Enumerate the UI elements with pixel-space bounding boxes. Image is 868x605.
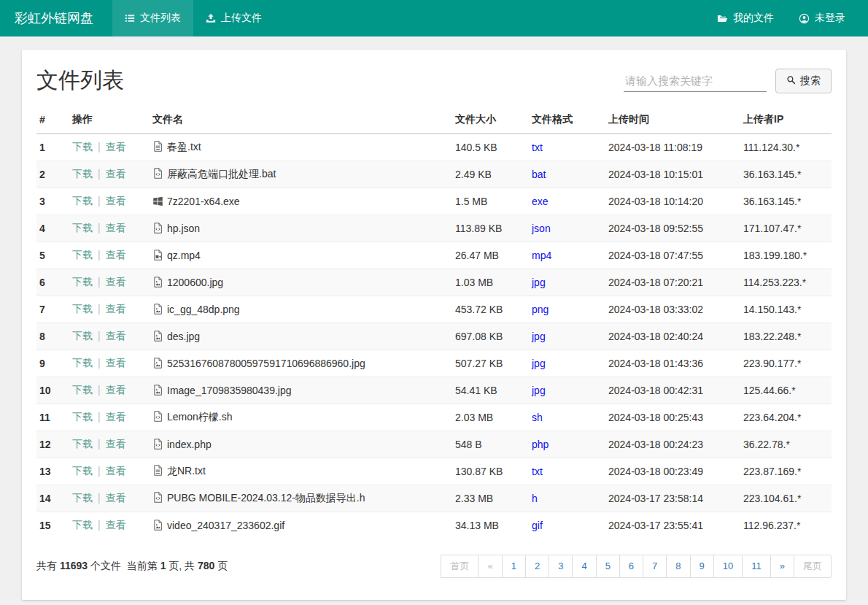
brand-logo[interactable]: 彩虹外链网盘 xyxy=(0,0,112,36)
pagination: 首页 « 1 2 3 4 xyxy=(441,555,832,578)
col-header-time: 上传时间 xyxy=(605,106,740,134)
uploader-ip: 114.253.223.* xyxy=(740,269,832,296)
pagination-item: 7 xyxy=(643,555,667,578)
download-link[interactable]: 下载 xyxy=(72,411,93,423)
file-format-link[interactable]: txt xyxy=(532,466,543,477)
download-link[interactable]: 下载 xyxy=(72,276,93,288)
file-name: 屏蔽高危端口批处理.bat xyxy=(167,168,276,180)
file-name-cell: ic_gg_48dp.png xyxy=(150,296,452,323)
current-page-number: 1 xyxy=(160,560,166,571)
download-link[interactable]: 下载 xyxy=(72,249,93,261)
file-format-cell: h xyxy=(529,485,605,512)
view-link[interactable]: 查看 xyxy=(106,357,126,369)
file-format-link[interactable]: h xyxy=(532,493,538,504)
view-link[interactable]: 查看 xyxy=(106,249,126,261)
file-format-link[interactable]: mp4 xyxy=(532,250,551,261)
nav-item-file-list[interactable]: 文件列表 xyxy=(112,0,193,36)
nav-item-upload[interactable]: 上传文件 xyxy=(193,0,274,36)
pagination-link[interactable]: 8 xyxy=(666,555,690,578)
download-link[interactable]: 下载 xyxy=(72,519,93,531)
actions-cell: 下载|查看 xyxy=(69,485,150,512)
file-size: 34.13 MB xyxy=(452,512,529,539)
actions-cell: 下载|查看 xyxy=(69,296,150,323)
view-link[interactable]: 查看 xyxy=(106,492,126,504)
pagination-link[interactable]: 9 xyxy=(690,555,714,578)
table-row: 2 下载|查看 屏蔽高危端口批处理.bat 2.49 KB bat 2024-0… xyxy=(36,161,832,188)
file-format-link[interactable]: jpg xyxy=(532,358,546,369)
table-row: 3 下载|查看 7z2201-x64.exe 1.5 MB exe 2024-0… xyxy=(36,188,832,215)
download-link[interactable]: 下载 xyxy=(72,222,93,234)
file-size: 507.27 KB xyxy=(452,350,529,377)
pagination-link[interactable]: 6 xyxy=(619,555,643,578)
file-format-link[interactable]: bat xyxy=(532,169,546,180)
action-separator: | xyxy=(98,303,101,315)
file-format-link[interactable]: jpg xyxy=(532,277,546,288)
file-size: 140.5 KB xyxy=(452,134,529,161)
action-separator: | xyxy=(98,519,101,531)
pagination-link[interactable]: 2 xyxy=(525,555,549,578)
nav-item-file-list-label: 文件列表 xyxy=(140,12,181,25)
file-format-link[interactable]: png xyxy=(532,304,549,315)
file-format-link[interactable]: txt xyxy=(532,142,543,153)
pagination-item: 1 xyxy=(503,555,526,578)
view-link[interactable]: 查看 xyxy=(106,384,126,396)
file-format-link[interactable]: php xyxy=(532,439,549,450)
file-format-link[interactable]: jpg xyxy=(532,385,546,396)
view-link[interactable]: 查看 xyxy=(106,519,126,531)
pagination-link[interactable]: » xyxy=(770,555,794,578)
file-size: 2.49 KB xyxy=(452,161,529,188)
view-link[interactable]: 查看 xyxy=(106,195,126,207)
file-format-cell: gif xyxy=(529,512,605,539)
download-link[interactable]: 下载 xyxy=(72,303,93,315)
file-name-cell: video_240317_233602.gif xyxy=(150,512,452,539)
pagination-link[interactable]: 5 xyxy=(596,555,620,578)
view-link[interactable]: 查看 xyxy=(106,411,126,423)
table-row: 13 下载|查看 龙NR.txt 130.87 KB txt 2024-03-1… xyxy=(36,458,832,485)
nav-item-my-files[interactable]: 我的文件 xyxy=(705,0,786,36)
view-link[interactable]: 查看 xyxy=(106,438,126,450)
download-link[interactable]: 下载 xyxy=(72,141,93,153)
file-format-cell: mp4 xyxy=(529,242,605,269)
view-link[interactable]: 查看 xyxy=(106,222,126,234)
row-number: 4 xyxy=(36,215,69,242)
pagination-link[interactable]: 4 xyxy=(572,555,596,578)
pagination-link: 首页 xyxy=(441,555,478,578)
pagination-link[interactable]: 11 xyxy=(742,555,771,578)
pagination-link: 尾页 xyxy=(794,555,832,578)
download-link[interactable]: 下载 xyxy=(72,330,93,342)
windows-icon xyxy=(152,196,163,207)
pagination-link[interactable]: 3 xyxy=(549,555,573,578)
file-format-link[interactable]: exe xyxy=(532,196,549,207)
search-button[interactable]: 搜索 xyxy=(775,69,832,93)
view-link[interactable]: 查看 xyxy=(106,303,126,315)
download-link[interactable]: 下载 xyxy=(72,384,93,396)
pagination-link[interactable]: 10 xyxy=(713,555,743,578)
view-link[interactable]: 查看 xyxy=(106,330,126,342)
file-format-link[interactable]: json xyxy=(532,223,551,234)
table-header-row: # 操作 文件名 文件大小 文件格式 上传时间 上传者IP xyxy=(36,106,832,134)
download-link[interactable]: 下载 xyxy=(72,168,93,180)
download-link[interactable]: 下载 xyxy=(72,438,93,450)
file-name-cell: 屏蔽高危端口批处理.bat xyxy=(150,161,452,188)
row-number: 14 xyxy=(36,485,69,512)
file-format-cell: jpg xyxy=(529,350,605,377)
view-link[interactable]: 查看 xyxy=(106,465,126,477)
file-format-link[interactable]: sh xyxy=(532,412,543,423)
row-number: 10 xyxy=(36,377,69,404)
view-link[interactable]: 查看 xyxy=(106,276,126,288)
download-link[interactable]: 下载 xyxy=(72,465,93,477)
view-link[interactable]: 查看 xyxy=(106,168,126,180)
download-link[interactable]: 下载 xyxy=(72,195,93,207)
pagination-link[interactable]: 7 xyxy=(643,555,667,578)
pagination-link[interactable]: 1 xyxy=(502,555,526,578)
search-input[interactable] xyxy=(624,70,767,92)
file-format-link[interactable]: jpg xyxy=(532,331,546,342)
download-link[interactable]: 下载 xyxy=(72,492,93,504)
total-pages-count: 780 xyxy=(198,560,214,571)
download-link[interactable]: 下载 xyxy=(72,357,93,369)
file-format-link[interactable]: gif xyxy=(532,520,543,531)
view-link[interactable]: 查看 xyxy=(106,141,126,153)
nav-item-login-status[interactable]: 未登录 xyxy=(786,0,858,36)
upload-time: 2024-03-18 03:33:02 xyxy=(605,296,740,323)
table-row: 1 下载|查看 春盈.txt 140.5 KB txt 2024-03-18 1… xyxy=(36,134,832,161)
